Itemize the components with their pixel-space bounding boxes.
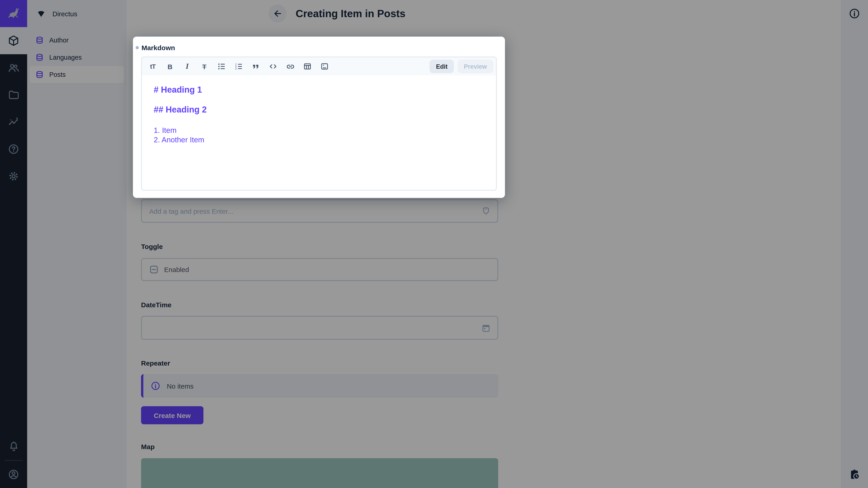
markdown-label-row: Markdown (135, 44, 175, 52)
italic-icon: I (186, 62, 188, 71)
numbered-list-icon: 1 2 3 (234, 62, 243, 71)
markdown-line: 2. Another Item (154, 135, 485, 144)
markdown-line: 1. Item (154, 126, 485, 135)
markdown-line: # Heading 1 (154, 86, 485, 94)
link-icon (285, 62, 295, 71)
table-button[interactable] (301, 60, 314, 73)
markdown-editor: tT B I T (141, 57, 497, 191)
numbered-list-button[interactable]: 1 2 3 (232, 60, 245, 73)
strikethrough-button[interactable]: T (198, 60, 211, 73)
tab-preview[interactable]: Preview (458, 60, 493, 73)
tab-edit[interactable]: Edit (430, 60, 454, 73)
quote-icon (251, 62, 260, 71)
editor-mode-tabs: Edit Preview (430, 60, 493, 73)
field-edited-dot-icon (135, 46, 139, 49)
markdown-line: ## Heading 2 (154, 105, 485, 114)
app-window: Directus Author (0, 0, 868, 488)
heading-icon: tT (150, 63, 156, 70)
strikethrough-icon: T (202, 63, 206, 70)
markdown-toolbar: tT B I T (142, 57, 496, 75)
code-icon (269, 62, 278, 71)
italic-button[interactable]: I (181, 60, 193, 73)
code-button[interactable] (267, 60, 279, 73)
bullet-list-button[interactable] (215, 60, 228, 73)
image-icon (320, 62, 329, 71)
heading-button[interactable]: tT (147, 60, 159, 73)
link-button[interactable] (284, 60, 297, 73)
markdown-field-card: Markdown tT B I T (133, 37, 505, 198)
bullet-list-icon (217, 62, 226, 71)
blockquote-button[interactable] (250, 60, 262, 73)
image-button[interactable] (318, 60, 331, 73)
bold-icon: B (167, 63, 173, 70)
markdown-textarea[interactable]: # Heading 1 ## Heading 2 1. Item 2. Anot… (142, 75, 496, 191)
svg-text:3: 3 (235, 67, 237, 70)
bold-button[interactable]: B (164, 60, 176, 73)
table-icon (303, 62, 312, 71)
markdown-field-label: Markdown (142, 44, 175, 52)
